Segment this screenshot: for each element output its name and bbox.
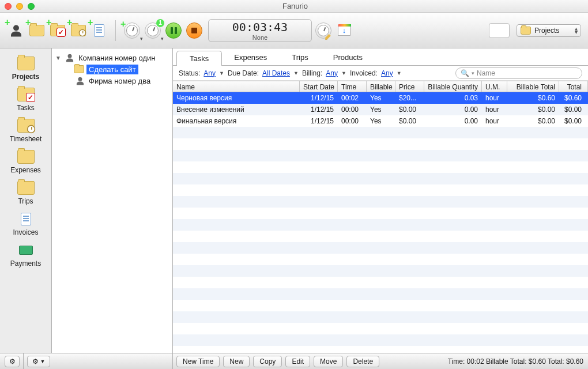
sidebar-item-invoices[interactable]: Invoices xyxy=(3,209,49,239)
filter-invoiced-value[interactable]: Any xyxy=(381,69,393,77)
disclosure-triangle-icon[interactable]: ▼ xyxy=(55,55,61,61)
col-um[interactable]: U.M. xyxy=(482,81,507,92)
col-time[interactable]: Time xyxy=(338,81,367,92)
new-document-button[interactable]: + xyxy=(90,21,108,40)
table-row[interactable]: Черновая версия1/12/1500:02Yes$20...0.03… xyxy=(173,92,588,104)
settings-menu-button[interactable]: ⚙▼ xyxy=(27,356,50,367)
person-icon xyxy=(65,53,74,62)
traffic-lights xyxy=(5,3,35,10)
filter-status-value[interactable]: Any xyxy=(203,69,216,77)
chevron-down-icon[interactable]: ▼ xyxy=(219,70,224,76)
tree-item-company[interactable]: ▼ Компания номер один xyxy=(53,52,171,63)
copy-button[interactable]: Copy xyxy=(253,356,282,367)
filter-due-label: Due Date: xyxy=(228,69,259,77)
tab-label: Expenses xyxy=(234,53,267,62)
table-row-empty xyxy=(173,196,588,208)
table-row-empty xyxy=(173,300,588,311)
col-billable-total[interactable]: Billable Total xyxy=(507,81,559,92)
close-icon[interactable] xyxy=(5,3,12,10)
new-time-button[interactable]: + xyxy=(69,21,88,40)
chevron-down-icon: ▼ xyxy=(40,359,46,364)
table-row-empty xyxy=(173,127,588,138)
project-tree: ▼ Компания номер один Сделать сайт Фирма… xyxy=(52,48,173,353)
table-row[interactable]: Внесение изменений1/12/1500:00Yes$0.000.… xyxy=(173,104,588,115)
chevron-down-icon[interactable]: ▼ xyxy=(397,70,402,76)
tab-tasks[interactable]: Tasks xyxy=(176,51,222,66)
table-row[interactable]: Финальная версия1/12/1500:00Yes$0.000.00… xyxy=(173,115,588,127)
move-button[interactable]: Move xyxy=(314,356,343,367)
table-row-empty xyxy=(173,346,588,353)
table-cell: Внесение изменений xyxy=(173,104,300,115)
chevron-updown-icon: ▴▾ xyxy=(575,27,578,34)
filter-billing-value[interactable]: Any xyxy=(326,69,338,77)
folder-icon xyxy=(17,150,35,164)
tab-trips[interactable]: Trips xyxy=(279,50,321,65)
chevron-down-icon[interactable]: ▼ xyxy=(341,70,346,76)
table-row-empty xyxy=(173,219,588,231)
table-cell: Черновая версия xyxy=(173,92,300,104)
button-label: Move xyxy=(320,357,337,366)
table-cell: $0.00 xyxy=(507,115,559,127)
person-icon xyxy=(76,76,84,85)
button-label: New Time xyxy=(183,357,213,366)
start-timer-button[interactable]: + ▾ xyxy=(123,21,141,40)
search-input[interactable]: 🔍▾ Name xyxy=(455,67,582,79)
edit-button[interactable]: Edit xyxy=(285,356,310,367)
tab-label: Products xyxy=(333,53,363,62)
tasks-table: Name Start Date Time Billable Price Bill… xyxy=(173,81,588,353)
active-timers-button[interactable]: 1 ▾ xyxy=(144,21,162,40)
table-row-empty xyxy=(173,254,588,265)
sidebar: Projects ✓ Tasks Timesheet Expenses Trip… xyxy=(0,48,52,353)
sidebar-item-label: Payments xyxy=(10,259,41,268)
timer-display[interactable]: 00:03:43 None xyxy=(208,19,312,42)
chevron-down-icon[interactable]: ▼ xyxy=(293,70,299,76)
tab-products[interactable]: Products xyxy=(321,50,375,65)
new-task-button[interactable]: +✓ xyxy=(48,21,67,40)
view-selector[interactable]: Projects ▴▾ xyxy=(517,24,581,37)
minimize-icon[interactable] xyxy=(16,3,23,10)
new-button[interactable]: New xyxy=(223,356,250,367)
col-price[interactable]: Price xyxy=(395,81,424,92)
preview-thumbnail[interactable] xyxy=(489,23,510,38)
col-start[interactable]: Start Date xyxy=(300,81,338,92)
new-time-button[interactable]: New Time xyxy=(176,356,220,367)
tree-item-project[interactable]: Сделать сайт xyxy=(53,63,171,75)
delete-button[interactable]: Delete xyxy=(346,356,379,367)
edit-timer-button[interactable] xyxy=(314,21,333,40)
table-row-empty xyxy=(173,184,588,196)
col-total[interactable]: Total xyxy=(559,81,588,92)
table-row-empty xyxy=(173,242,588,254)
sidebar-item-label: Tasks xyxy=(17,104,35,112)
table-row-empty xyxy=(173,138,588,150)
sidebar-item-payments[interactable]: Payments xyxy=(3,240,49,270)
sidebar-item-timesheet[interactable]: Timesheet xyxy=(3,115,49,145)
new-contact-button[interactable]: + xyxy=(7,21,25,40)
import-button[interactable] xyxy=(335,21,353,40)
sidebar-item-expenses[interactable]: Expenses xyxy=(3,146,49,176)
table-cell: Yes xyxy=(367,92,395,104)
folder-icon xyxy=(74,65,84,73)
table-body: Черновая версия1/12/1500:02Yes$20...0.03… xyxy=(173,92,588,353)
stop-button[interactable] xyxy=(185,21,203,40)
sidebar-item-trips[interactable]: Trips xyxy=(3,178,49,208)
pause-button[interactable] xyxy=(164,21,183,40)
tab-expenses[interactable]: Expenses xyxy=(221,50,280,65)
statusbar: ⚙ ⚙▼ New Time New Copy Edit Move Delete … xyxy=(0,353,588,369)
col-billable-qty[interactable]: Billable Quantity xyxy=(424,81,482,92)
card-icon xyxy=(19,246,33,255)
filter-due-value[interactable]: All Dates xyxy=(262,69,290,77)
table-cell: 00:02 xyxy=(338,92,367,104)
new-folder-button[interactable]: + xyxy=(28,21,46,40)
sidebar-item-projects[interactable]: Projects xyxy=(3,53,49,83)
zoom-icon[interactable] xyxy=(28,3,35,10)
sidebar-item-label: Invoices xyxy=(13,228,38,236)
table-cell: 00:00 xyxy=(338,115,367,127)
button-label: Delete xyxy=(353,357,373,366)
col-name[interactable]: Name xyxy=(173,81,300,92)
col-billable[interactable]: Billable xyxy=(367,81,395,92)
button-label: Copy xyxy=(259,357,276,366)
table-cell: $0.00 xyxy=(559,115,588,127)
settings-button[interactable]: ⚙ xyxy=(5,356,20,367)
tree-item-company[interactable]: Фирма номер два xyxy=(53,75,171,86)
sidebar-item-tasks[interactable]: ✓ Tasks xyxy=(3,84,49,114)
